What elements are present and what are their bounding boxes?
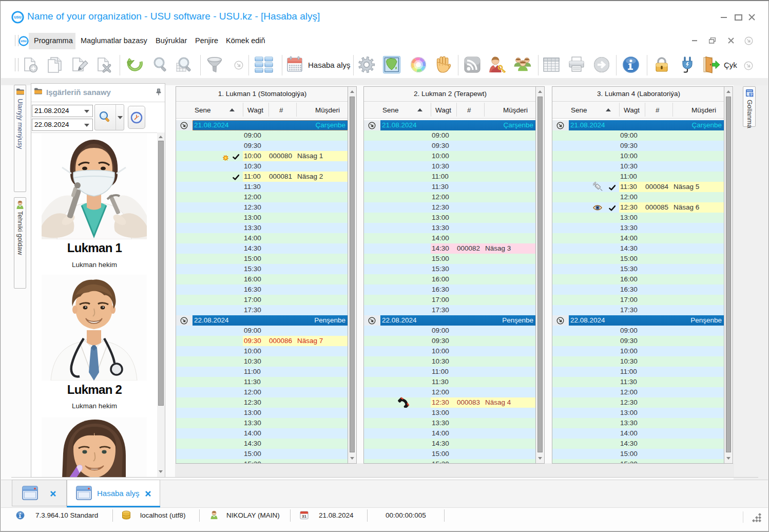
svg-text:usu: usu [21,39,27,43]
svg-text:?: ? [750,92,753,97]
svg-text:usu: usu [14,15,22,20]
svg-text:31: 31 [302,514,306,519]
